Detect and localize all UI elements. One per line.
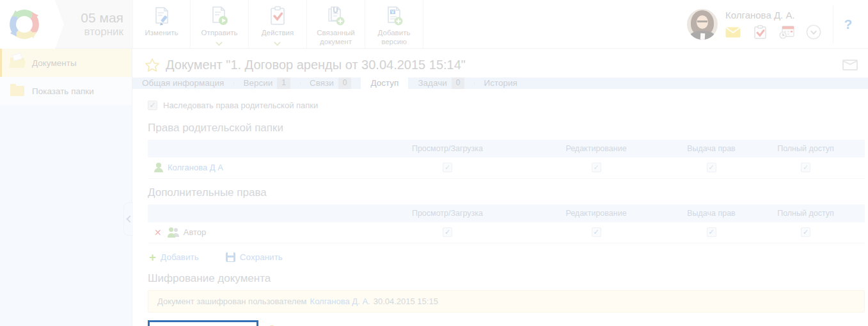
notice-text: Документ зашифрован пользователем <box>157 297 307 306</box>
toolbar-button-label: Изменить <box>145 29 178 38</box>
view-download-checkbox[interactable] <box>443 227 452 237</box>
tab-badge: 0 <box>338 77 352 89</box>
tab-label: Версии <box>243 78 272 88</box>
top-toolbar: 05 мая вторник Изменить <box>0 0 868 49</box>
date-day: 05 мая <box>55 10 123 26</box>
table-row: ✕ Автор <box>148 222 865 243</box>
user-link[interactable]: Колганова Д А <box>168 163 223 172</box>
encryption-notice: Документ зашифрован пользователем Колган… <box>148 290 865 313</box>
svg-text:V: V <box>391 10 395 14</box>
edit-checkbox[interactable] <box>592 227 601 237</box>
column-header: Выдача прав <box>676 209 746 218</box>
edit-checkbox <box>592 163 601 172</box>
tab-label: История <box>484 78 517 88</box>
tab-badge: 0 <box>452 77 465 89</box>
add-label: Добавить <box>161 252 199 262</box>
app-logo[interactable] <box>0 0 55 49</box>
tab-label: Общая информация <box>142 78 224 88</box>
edit-button[interactable]: Изменить <box>132 0 191 48</box>
notice-user-link[interactable]: Колганова Д. А. <box>310 297 370 306</box>
toolbar-button-label: Добавить версию <box>365 29 423 47</box>
toolbar-button-label: Связанный документ <box>307 29 365 47</box>
additional-rights-heading: Дополнительные права <box>148 186 860 199</box>
table-header: Просмотр/Загрузка Редактирование Выдача … <box>148 140 865 158</box>
grant-rights-checkbox <box>707 163 716 172</box>
change-password-button[interactable]: Изменить пароль <box>148 320 258 326</box>
tab-label: Связи <box>310 78 334 88</box>
parent-rights-heading: Права родительской папки <box>148 122 860 134</box>
linked-document-button[interactable]: Связанный документ <box>307 0 365 48</box>
more-chevron-icon[interactable] <box>806 26 821 38</box>
page-title: Документ "1. Договор аренды от 30.04.201… <box>166 58 842 72</box>
sidebar-item-show-folders[interactable]: Показать папки <box>0 77 132 105</box>
additional-rights-table: Просмотр/Загрузка Редактирование Выдача … <box>148 204 865 243</box>
user-avatar[interactable] <box>687 9 718 40</box>
sidebar: Документы Показать папки <box>0 49 132 326</box>
tasks-icon[interactable] <box>752 26 768 38</box>
column-header: Полный доступ <box>746 209 865 218</box>
send-by-mail-icon[interactable] <box>842 60 858 70</box>
help-button[interactable]: ? <box>833 17 863 32</box>
tab-label: Задачи <box>418 78 446 88</box>
app-window: 05 мая вторник Изменить <box>0 0 868 326</box>
actions-clipboard-icon <box>267 5 288 27</box>
tab-label: Доступ <box>370 78 398 88</box>
tabbar: Общая информация Версии 1 Связи 0 Доступ… <box>132 77 868 89</box>
grant-rights-checkbox[interactable] <box>707 227 716 237</box>
column-header: Полный доступ <box>746 144 865 153</box>
user-icon <box>154 163 163 172</box>
full-access-checkbox[interactable] <box>801 227 810 237</box>
calendar-icon[interactable] <box>779 26 794 38</box>
column-header: Редактирование <box>516 209 676 218</box>
sidebar-item-label: Документы <box>32 58 77 68</box>
document-panel: Документ "1. Договор аренды от 30.04.201… <box>132 49 868 326</box>
actions-button[interactable]: Действия <box>249 0 307 48</box>
column-header: Выдача прав <box>676 144 746 153</box>
inherit-rights-checkbox[interactable]: Наследовать права родительской папки <box>148 101 860 110</box>
tab-tasks[interactable]: Задачи 0 <box>408 77 474 89</box>
toolbar-buttons: Изменить Отправить <box>132 0 423 48</box>
collapse-sidebar-handle[interactable] <box>123 202 133 236</box>
full-access-checkbox <box>801 163 810 172</box>
table-row: Колганова Д А <box>148 158 865 179</box>
tab-versions[interactable]: Версии 1 <box>233 77 300 89</box>
linked-document-icon <box>325 5 347 27</box>
tab-general-info[interactable]: Общая информация <box>132 77 233 89</box>
toolbar-button-label: Действия <box>262 29 294 38</box>
tab-history[interactable]: История <box>474 77 526 89</box>
save-label: Сохранить <box>240 252 283 262</box>
user-name: Колганова Д. А. <box>725 10 795 20</box>
sidebar-item-documents[interactable]: Документы <box>0 49 132 77</box>
inherit-rights-label: Наследовать права родительской папки <box>163 101 318 110</box>
chevron-down-icon <box>274 40 281 44</box>
add-rights-button[interactable]: + Добавить <box>149 251 199 263</box>
tab-badge: 1 <box>277 77 290 89</box>
sidebar-item-label: Показать папки <box>32 86 94 96</box>
group-icon <box>168 227 179 238</box>
notice-datetime: 30.04.2015 15:15 <box>374 297 438 306</box>
send-button[interactable]: Отправить <box>191 0 249 48</box>
role-name: Автор <box>184 227 207 237</box>
brand-zone: 05 мая вторник <box>0 0 132 48</box>
edit-document-icon <box>151 5 173 27</box>
table-header: Просмотр/Загрузка Редактирование Выдача … <box>148 204 865 222</box>
plus-icon: + <box>149 251 156 263</box>
view-download-checkbox <box>443 163 452 172</box>
mail-icon[interactable] <box>725 26 741 38</box>
logo-ring-icon <box>6 6 42 42</box>
send-document-icon <box>209 5 230 27</box>
save-floppy-icon <box>226 252 235 262</box>
checkbox-checked-icon <box>148 101 157 110</box>
delete-row-icon[interactable]: ✕ <box>154 227 162 238</box>
encryption-heading: Шифрование документа <box>148 272 860 285</box>
toolbar-button-label: Отправить <box>201 29 237 38</box>
user-zone: Колганова Д. А. ? <box>687 0 868 48</box>
column-header: Редактирование <box>516 144 676 153</box>
save-rights-button[interactable]: Сохранить <box>226 252 283 262</box>
favorite-star-icon[interactable] <box>145 58 159 72</box>
add-version-button[interactable]: V Добавить версию <box>365 0 423 48</box>
folder-icon <box>10 86 24 96</box>
tab-access[interactable]: Доступ <box>361 77 408 89</box>
add-version-icon: V <box>383 5 405 27</box>
tab-links[interactable]: Связи 0 <box>300 77 361 89</box>
